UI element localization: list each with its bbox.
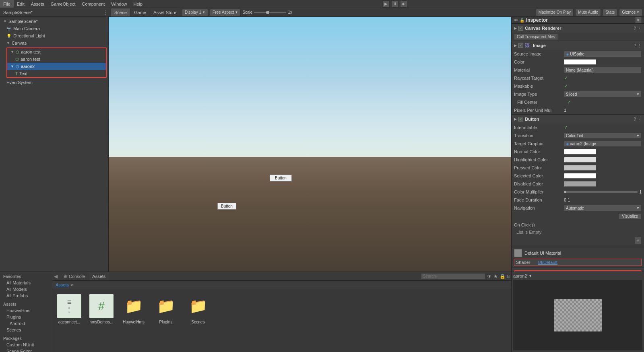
material-header-row: Default UI Material	[514, 249, 642, 257]
color-swatch[interactable]	[564, 59, 596, 65]
game-tab[interactable]: Game	[131, 8, 149, 16]
pause-button[interactable]: ⏸	[391, 0, 398, 8]
hierarchy-item-maincamera[interactable]: 📷 Main Camera	[0, 25, 108, 32]
hierarchy-item-aarontest2[interactable]: ⬡ aaron test	[7, 56, 106, 63]
lock-icon[interactable]: 🔒	[520, 18, 524, 23]
assets-tab[interactable]: Assets	[89, 272, 109, 280]
bottom-sidebar-huaweihms[interactable]: HuaweiHms	[0, 307, 52, 314]
gizmos-btn[interactable]: Gizmos ▼	[619, 9, 642, 16]
canvas-renderer-header[interactable]: ▶ ✓ Canvas Renderer ? ⋮	[512, 24, 644, 33]
color-multiplier-slider[interactable]	[564, 191, 566, 193]
bottom-sidebar-plugins[interactable]: Plugins	[0, 314, 52, 320]
fill-center-check[interactable]: ✓	[567, 99, 571, 105]
image-help-icon[interactable]: ?	[634, 43, 636, 48]
pressed-color-swatch[interactable]	[564, 165, 596, 171]
material-input[interactable]: None (Material)	[564, 67, 642, 73]
lock-btn[interactable]: 🔒	[500, 274, 506, 279]
canvas-renderer-checkbox[interactable]: ✓	[518, 26, 523, 31]
asset-hmsdemo[interactable]: # hmsDemos...	[88, 292, 115, 326]
menu-window[interactable]: Window	[108, 0, 130, 8]
assets-path-label[interactable]: Assets	[56, 282, 69, 287]
mute-btn[interactable]: Mute Audio	[575, 9, 601, 16]
console-tab[interactable]: 🖥 Console	[60, 272, 88, 280]
transition-dropdown[interactable]: Color Tint▼	[564, 132, 642, 139]
hierarchy-item-samplescene[interactable]: ▼ SampleScene*	[0, 18, 108, 25]
image-type-dropdown[interactable]: Sliced▼	[564, 91, 642, 97]
bottom-collapse-icon[interactable]: ◀	[54, 274, 58, 279]
menu-gameobject[interactable]: GameObject	[47, 0, 79, 8]
shader-link[interactable]: UI/Default	[538, 260, 557, 265]
maximize-btn[interactable]: Maximize On Play	[536, 9, 574, 16]
navigation-dropdown[interactable]: Automatic▼	[564, 205, 642, 211]
canvas-renderer-options-icon[interactable]: ⋮	[638, 26, 642, 31]
highlighted-color-row: Highlighted Color	[512, 156, 644, 164]
scene-button-1[interactable]: Button	[270, 175, 292, 181]
hierarchy-options-icon[interactable]: ⋮	[103, 10, 108, 15]
aspect-dropdown[interactable]: Free Aspect ▼	[210, 9, 241, 16]
hierarchy-item-canvas[interactable]: ▼ Canvas	[0, 39, 108, 47]
hierarchy-item-eventsystem[interactable]: EventSystem	[0, 79, 108, 86]
asset-scenes[interactable]: 📁 Scenes	[184, 292, 212, 326]
navigation-row: Navigation Automatic▼	[512, 204, 644, 212]
scene-button-2[interactable]: Button	[217, 203, 236, 210]
asset-store-tab[interactable]: Asset Store	[150, 8, 180, 16]
menu-component[interactable]: Component	[78, 0, 108, 8]
interactable-check[interactable]: ✓	[564, 125, 568, 130]
canvas-renderer-help-icon[interactable]: ?	[634, 26, 636, 31]
bottom-sidebar-all-prefabs[interactable]: All Prefabs	[0, 292, 52, 299]
target-graphic-input[interactable]: ◈ aaron2 (Image	[564, 140, 642, 147]
visualize-btn[interactable]: Visualize	[618, 213, 642, 219]
asset-plugins[interactable]: 📁 Plugins	[152, 292, 180, 326]
list-empty: List is Empty	[514, 228, 642, 236]
image-section: ▶ ✓ 🖼 Image ? ⋮ Source Image ◈ UISprite …	[512, 41, 644, 115]
normal-color-swatch[interactable]	[564, 149, 596, 154]
stats-btn[interactable]: Stats	[603, 9, 617, 16]
maskable-check[interactable]: ✓	[564, 83, 568, 89]
button-options-icon[interactable]: ⋮	[638, 117, 642, 121]
asset-agconnect[interactable]: ≡ ≡ ≡ agconnect...	[56, 292, 83, 326]
menu-edit[interactable]: Edit	[14, 0, 28, 8]
hierarchy-item-aaron2[interactable]: ▼ ⬡ aaron2	[7, 63, 106, 70]
cull-row: Cull Transparent Mes	[512, 33, 644, 41]
top-toolbar: File Edit Assets GameObject Component Wi…	[0, 0, 644, 8]
bottom-sidebar-android[interactable]: Android	[0, 320, 52, 327]
onclick-add-btn[interactable]: +	[634, 237, 642, 244]
hierarchy-item-aarontest1[interactable]: ▼ ⬡ aaron test	[7, 48, 106, 56]
bottom-sidebar-custom-nunit[interactable]: Custom NUnit	[0, 342, 52, 348]
raycast-check[interactable]: ✓	[564, 75, 568, 81]
disabled-color-swatch[interactable]	[564, 181, 596, 187]
display-dropdown[interactable]: Display 1 ▼	[182, 9, 208, 16]
selected-color-swatch[interactable]	[564, 173, 596, 179]
hierarchy-item-text[interactable]: T Text	[7, 70, 106, 77]
star-btn[interactable]: ★	[493, 274, 498, 279]
scene-view: Button Button	[109, 17, 511, 272]
button-header[interactable]: ▶ ✓ Button ? ⋮	[512, 115, 644, 124]
inspector-close-icon[interactable]: ✕	[635, 17, 642, 23]
button-help-icon[interactable]: ?	[634, 117, 636, 121]
button-checkbox[interactable]: ✓	[518, 117, 523, 121]
step-button[interactable]: ⏭	[400, 0, 407, 8]
bottom-sidebar-scene-editor[interactable]: Scene Editor	[0, 348, 52, 352]
image-options-icon[interactable]: ⋮	[638, 43, 642, 48]
image-header[interactable]: ▶ ✓ 🖼 Image ? ⋮	[512, 41, 644, 50]
menu-help[interactable]: Help	[130, 0, 146, 8]
scale-slider-thumb[interactable]	[266, 11, 269, 14]
highlighted-color-swatch[interactable]	[564, 157, 596, 163]
bottom-sidebar-scenes[interactable]: Scenes	[0, 327, 52, 333]
image-checkbox[interactable]: ✓	[518, 43, 523, 48]
hierarchy-item-directionallight[interactable]: 💡 Directional Light	[0, 32, 108, 39]
canvas-renderer-section: ▶ ✓ Canvas Renderer ? ⋮ Cull Transparent…	[512, 24, 644, 41]
cull-tag[interactable]: Cull Transparent Mes	[514, 34, 558, 40]
material-color-swatch	[514, 249, 522, 257]
onclick-header: On Click ()	[514, 222, 642, 228]
play-button[interactable]: ▶	[382, 0, 390, 8]
source-image-input[interactable]: ◈ UISprite	[564, 51, 642, 57]
asset-huaweihms[interactable]: 📁 HuaweiHms	[120, 292, 147, 326]
scene-tab[interactable]: Scene	[111, 8, 130, 16]
bottom-sidebar-all-models[interactable]: All Models	[0, 286, 52, 292]
asset-search-input[interactable]	[421, 273, 485, 280]
menu-assets[interactable]: Assets	[28, 0, 47, 8]
menu-file[interactable]: File	[0, 0, 14, 8]
eye-btn[interactable]: 👁	[487, 274, 492, 279]
bottom-sidebar-all-materials[interactable]: All Materials	[0, 280, 52, 286]
